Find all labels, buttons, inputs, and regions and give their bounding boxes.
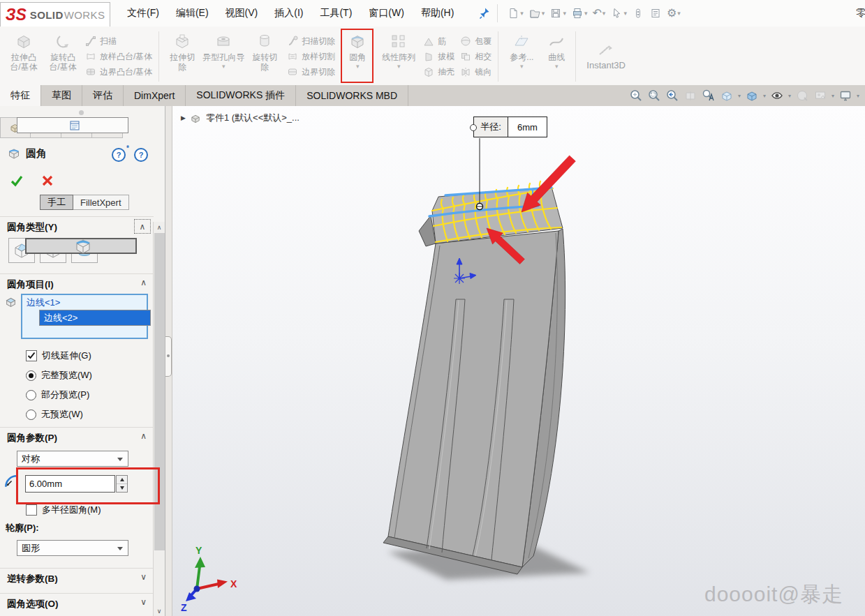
open-file-button[interactable]: ▾: [526, 6, 547, 21]
manual-mode-button[interactable]: 手工: [40, 195, 73, 210]
tab-solidworks-addins[interactable]: SOLIDWORKS 插件: [186, 85, 296, 106]
instant3d-button[interactable]: Instant3D: [579, 28, 633, 85]
undo-icon[interactable]: ↶: [592, 8, 601, 19]
no-preview-radio[interactable]: [26, 410, 36, 420]
fillet-options-section-header[interactable]: 圆角选项(O): [7, 598, 59, 610]
tab-features[interactable]: 特征: [0, 85, 41, 106]
full-preview-radio[interactable]: [26, 370, 36, 381]
panel-splitter[interactable]: [165, 106, 172, 616]
curves-button[interactable]: 曲线 ▾: [541, 28, 572, 85]
view-settings-icon[interactable]: [838, 89, 852, 103]
dropdown-icon[interactable]: ▾: [857, 93, 859, 99]
linear-pattern-button[interactable]: 线性阵列 ▾: [377, 28, 420, 85]
edge-list-item-selected[interactable]: 边线<2>: [39, 310, 151, 326]
menu-help[interactable]: 帮助(H): [413, 4, 462, 22]
dropdown-icon[interactable]: ▾: [542, 10, 545, 17]
dropdown-icon[interactable]: ▾: [397, 63, 401, 70]
dropdown-icon[interactable]: ▾: [222, 63, 226, 70]
tree-root-label[interactable]: 零件1 (默认<<默认>_...: [206, 112, 300, 124]
panel-scrollbar[interactable]: ∧ ∨: [153, 222, 165, 616]
extrude-cut-button[interactable]: 拉伸切 除: [163, 28, 202, 85]
sweep-button[interactable]: 扫描: [85, 34, 152, 49]
boundary-boss-button[interactable]: 边界凸台/基体: [85, 65, 152, 80]
partial-preview-radio[interactable]: [26, 390, 36, 400]
apply-scene-icon[interactable]: [813, 89, 827, 103]
model-body[interactable]: [383, 187, 565, 574]
previous-view-icon[interactable]: [665, 89, 679, 103]
hide-show-items-icon[interactable]: [770, 89, 784, 103]
print-button[interactable]: ▾: [569, 6, 590, 21]
setback-parameters-section-header[interactable]: 逆转参数(B): [7, 573, 58, 585]
zoom-fit-icon[interactable]: [629, 89, 643, 103]
symmetric-dropdown[interactable]: 对称: [17, 451, 128, 467]
sweep-cut-button[interactable]: 扫描切除: [287, 34, 335, 49]
help-icon[interactable]: ?: [134, 148, 148, 162]
dropdown-icon[interactable]: ▾: [788, 93, 791, 99]
loft-button[interactable]: 放样凸台/基体: [85, 50, 152, 64]
radius-input[interactable]: [25, 475, 115, 493]
save-button[interactable]: ▾: [547, 6, 568, 21]
dropdown-icon[interactable]: ▾: [563, 10, 566, 17]
extrude-boss-button[interactable]: 拉伸凸 台/基体: [4, 28, 43, 85]
report-button[interactable]: [647, 6, 664, 21]
view-orientation-icon[interactable]: [720, 89, 734, 103]
constant-size-fillet-button[interactable]: [25, 238, 137, 254]
edge-selection-list[interactable]: 边线<1> 边线<2>: [21, 294, 148, 339]
rib-button[interactable]: 筋: [423, 34, 454, 49]
menu-tools[interactable]: 工具(T): [311, 4, 360, 22]
revolve-boss-button[interactable]: 旋转凸 台/基体: [43, 28, 82, 85]
menu-insert[interactable]: 插入(I): [266, 4, 311, 22]
edit-appearance-icon[interactable]: [795, 89, 809, 103]
selection-filter-button[interactable]: [630, 6, 646, 21]
flyout-arrow-icon[interactable]: ▶: [181, 114, 186, 121]
multi-radius-checkbox[interactable]: [26, 504, 37, 516]
edge-list-item[interactable]: 边线<1>: [23, 296, 146, 310]
tangent-propagation-checkbox[interactable]: [26, 350, 37, 361]
select-tool-button[interactable]: ▾: [608, 6, 629, 21]
menu-view[interactable]: 视图(V): [217, 4, 267, 22]
fillet-button[interactable]: 圆角 ▾: [338, 28, 377, 85]
spinner-up-button[interactable]: [117, 476, 127, 484]
hole-wizard-button[interactable]: 异型孔向导 ▾: [202, 28, 245, 85]
wrap-button[interactable]: 包覆: [460, 34, 491, 49]
flyout-feature-tree[interactable]: ▶ 零件1 (默认<<默认>_...: [181, 112, 300, 124]
dropdown-icon[interactable]: ▾: [356, 63, 360, 70]
items-to-fillet-section-header[interactable]: 圆角项目(I): [7, 278, 54, 291]
dropdown-icon[interactable]: ▾: [763, 93, 766, 99]
menu-window[interactable]: 窗口(W): [360, 4, 413, 22]
menu-file[interactable]: 文件(F): [119, 4, 168, 22]
dropdown-icon[interactable]: ▾: [677, 10, 681, 17]
display-style-icon[interactable]: [745, 89, 759, 103]
mirror-button[interactable]: 镜向: [460, 65, 491, 80]
revolve-cut-button[interactable]: 旋转切 除: [245, 28, 284, 85]
spinner-down-button[interactable]: [117, 484, 127, 492]
propertymanager-tab[interactable]: [17, 117, 128, 133]
draft-button[interactable]: 拔模: [423, 50, 454, 64]
tab-dimxpert[interactable]: DimXpert: [124, 85, 186, 106]
fillet-parameters-section-header[interactable]: 圆角参数(P): [7, 432, 57, 444]
zoom-area-icon[interactable]: [647, 89, 661, 103]
loft-cut-button[interactable]: 放样切割: [287, 50, 335, 64]
callout-value[interactable]: 6mm: [508, 117, 547, 137]
scrollbar-thumb[interactable]: [154, 233, 165, 550]
dropdown-icon[interactable]: ▾: [831, 93, 834, 99]
fillet-type-section-header[interactable]: 圆角类型(Y): [7, 221, 57, 234]
dropdown-icon[interactable]: ▾: [520, 10, 524, 17]
options-button[interactable]: ⚙ ▾: [665, 6, 683, 20]
dropdown-icon[interactable]: ▾: [738, 93, 741, 99]
tab-solidworks-mbd[interactable]: SOLIDWORKS MBD: [296, 85, 408, 106]
panel-grip[interactable]: [79, 110, 84, 115]
reference-geometry-button[interactable]: 参考... ▾: [502, 28, 541, 85]
filletxpert-mode-button[interactable]: FilletXpert: [73, 195, 129, 210]
dropdown-icon[interactable]: ▾: [584, 10, 588, 17]
view-annotations-icon[interactable]: [702, 89, 716, 103]
dropdown-icon[interactable]: ▾: [555, 63, 559, 70]
section-view-icon[interactable]: [683, 89, 697, 103]
fillet-type-collapse-button[interactable]: ∧: [134, 219, 151, 234]
menu-edit[interactable]: 编辑(E): [168, 4, 217, 22]
whats-new-help-icon[interactable]: ?*: [112, 148, 126, 162]
gear-icon[interactable]: ⚙: [667, 8, 677, 19]
profile-dropdown[interactable]: 圆形: [17, 540, 128, 556]
cancel-button[interactable]: [40, 174, 54, 188]
dropdown-icon[interactable]: ▾: [623, 10, 627, 17]
